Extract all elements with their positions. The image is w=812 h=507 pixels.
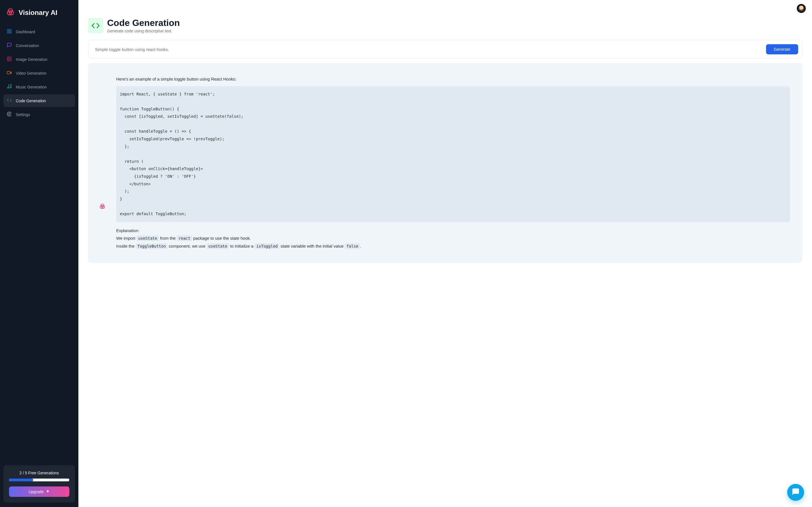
- brand[interactable]: Visionary AI: [3, 4, 75, 22]
- support-chat-button[interactable]: [787, 484, 804, 501]
- logo-icon: [6, 8, 15, 17]
- inline-code: useState: [207, 243, 229, 249]
- response-avatar: [95, 75, 109, 250]
- svg-point-11: [10, 87, 11, 88]
- generate-button[interactable]: Generate: [766, 44, 798, 54]
- lightning-icon: [46, 489, 50, 494]
- layout-icon: [7, 29, 12, 35]
- inline-code: useState: [137, 235, 159, 241]
- response-body: Here's an example of a simple toggle but…: [116, 75, 790, 250]
- upgrade-card: 2 / 5 Free Generations Upgrade: [3, 465, 75, 503]
- response-panel: Here's an example of a simple toggle but…: [88, 63, 802, 263]
- sidebar-item-label: Music Generation: [16, 85, 47, 89]
- sidebar-item-label: Code Generation: [16, 99, 46, 103]
- prompt-row: Generate: [88, 40, 802, 59]
- sidebar-item-music[interactable]: Music Generation: [3, 80, 75, 93]
- response-intro: Here's an example of a simple toggle but…: [116, 75, 790, 83]
- chat-icon: [792, 488, 800, 497]
- page-header-icon: [88, 18, 103, 33]
- upgrade-button[interactable]: Upgrade: [9, 487, 69, 497]
- sidebar-item-conversation[interactable]: Conversation: [3, 39, 75, 52]
- inline-code: ToggleButton: [136, 243, 167, 249]
- svg-point-10: [7, 87, 9, 89]
- brand-name: Visionary AI: [18, 9, 57, 17]
- inline-code: react: [177, 235, 192, 241]
- svg-point-12: [9, 114, 10, 115]
- inline-code: false: [345, 243, 360, 249]
- image-icon: [7, 56, 12, 62]
- topbar: [79, 0, 812, 17]
- usage-progress-fill: [9, 478, 33, 482]
- svg-rect-4: [10, 29, 11, 31]
- upgrade-button-label: Upgrade: [29, 490, 44, 494]
- avatar[interactable]: [797, 4, 806, 13]
- page-title: Code Generation: [107, 18, 180, 28]
- sidebar-item-settings[interactable]: Settings: [3, 108, 75, 121]
- gear-icon: [7, 112, 12, 117]
- sidebar-item-dashboard[interactable]: Dashboard: [3, 25, 75, 38]
- sidebar-item-label: Settings: [16, 112, 30, 117]
- code-icon: [7, 98, 12, 104]
- inline-code: isToggled: [255, 243, 280, 249]
- usage-progress: [9, 478, 69, 482]
- svg-rect-5: [7, 32, 9, 33]
- page-header: Code Generation Generate code using desc…: [88, 17, 802, 35]
- page-subtitle: Generate code using descriptive text.: [107, 29, 180, 33]
- content: Code Generation Generate code using desc…: [79, 17, 812, 507]
- svg-point-8: [8, 58, 9, 58]
- code-block: import React, { useState } from 'react';…: [116, 86, 790, 222]
- sidebar-item-label: Dashboard: [16, 30, 35, 34]
- video-icon: [7, 70, 12, 76]
- sidebar-item-label: Image Generation: [16, 57, 47, 62]
- explain-line-2: Inside the ToggleButton component, we us…: [116, 242, 790, 250]
- svg-rect-3: [7, 29, 9, 31]
- sidebar-item-code[interactable]: Code Generation: [3, 94, 75, 107]
- sidebar-item-image[interactable]: Image Generation: [3, 53, 75, 66]
- sidebar-item-label: Video Generation: [16, 71, 47, 75]
- prompt-input[interactable]: [95, 47, 762, 52]
- message-icon: [7, 43, 12, 48]
- explain-line-1: We import useState from the react packag…: [116, 235, 790, 242]
- nav: Dashboard Conversation Image Generation …: [3, 25, 75, 121]
- sidebar: Visionary AI Dashboard Conversation Imag…: [0, 0, 79, 507]
- svg-rect-9: [7, 71, 10, 74]
- explain-heading: Explanation:: [116, 227, 790, 234]
- sidebar-item-label: Conversation: [16, 43, 39, 48]
- sidebar-item-video[interactable]: Video Generation: [3, 67, 75, 79]
- usage-label: 2 / 5 Free Generations: [9, 471, 69, 475]
- music-icon: [7, 84, 12, 90]
- svg-rect-6: [10, 32, 11, 33]
- main: Code Generation Generate code using desc…: [79, 0, 812, 507]
